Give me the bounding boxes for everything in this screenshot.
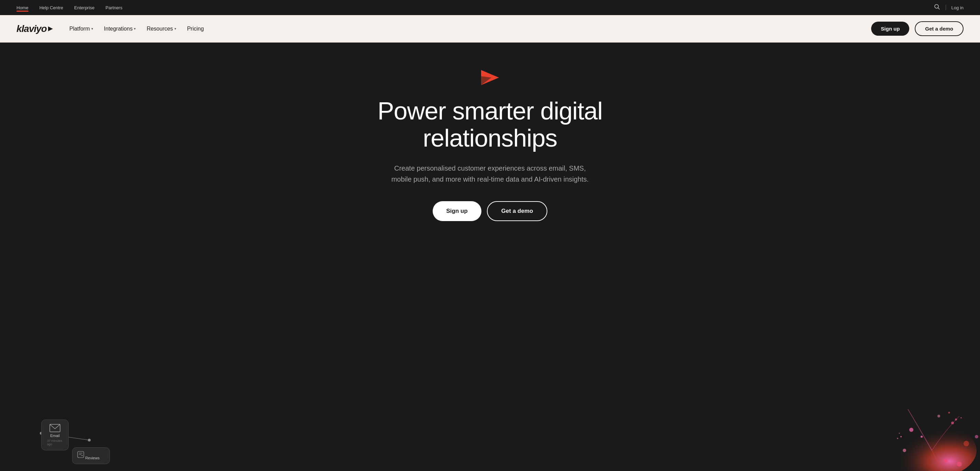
svg-point-21 bbox=[944, 459, 947, 462]
email-card-sublabel: 37 minutes ago bbox=[47, 439, 63, 446]
resources-chevron-icon: ▾ bbox=[175, 27, 176, 30]
nav-integrations[interactable]: Integrations ▾ bbox=[104, 26, 136, 32]
svg-point-23 bbox=[975, 435, 978, 438]
svg-point-13 bbox=[887, 423, 977, 471]
svg-point-18 bbox=[957, 462, 962, 466]
svg-line-6 bbox=[41, 433, 89, 440]
svg-marker-2 bbox=[48, 26, 53, 31]
top-bar-right: Log in bbox=[934, 4, 964, 11]
svg-point-7 bbox=[88, 439, 91, 441]
svg-point-17 bbox=[903, 449, 906, 452]
main-nav-links: Platform ▾ Integrations ▾ Resources ▾ Pr… bbox=[69, 26, 204, 32]
top-bar-nav: Home Help Centre Enterprise Partners bbox=[16, 5, 122, 10]
top-nav-partners[interactable]: Partners bbox=[105, 5, 122, 10]
hero-signup-button[interactable]: Sign up bbox=[433, 201, 481, 221]
nav-signup-button[interactable]: Sign up bbox=[871, 22, 909, 36]
svg-point-5 bbox=[40, 432, 43, 434]
top-bar-divider bbox=[946, 5, 946, 10]
logo-text: klaviyo bbox=[16, 23, 47, 34]
search-icon[interactable] bbox=[934, 4, 940, 11]
svg-rect-9 bbox=[78, 452, 84, 458]
explosion-decoration bbox=[788, 375, 980, 471]
klaviyo-k-hero-icon bbox=[480, 70, 500, 85]
svg-line-1 bbox=[938, 8, 939, 10]
platform-chevron-icon: ▾ bbox=[91, 27, 93, 30]
svg-marker-12 bbox=[81, 455, 83, 456]
login-link[interactable]: Log in bbox=[951, 5, 964, 10]
main-nav-right: Sign up Get a demo bbox=[871, 21, 964, 36]
logo[interactable]: klaviyo bbox=[16, 23, 53, 34]
svg-point-26 bbox=[897, 438, 898, 439]
connector-svg bbox=[34, 423, 103, 444]
hero-cta-buttons: Sign up Get a demo bbox=[433, 201, 548, 221]
nav-resources[interactable]: Resources ▾ bbox=[146, 26, 176, 32]
nav-demo-button[interactable]: Get a demo bbox=[915, 21, 964, 36]
svg-point-24 bbox=[900, 436, 902, 438]
integrations-chevron-icon: ▾ bbox=[134, 27, 136, 30]
hero-brand-icon bbox=[480, 70, 500, 86]
svg-rect-8 bbox=[50, 424, 60, 432]
main-nav-left: klaviyo Platform ▾ Integrations ▾ Resour… bbox=[16, 23, 204, 34]
explosion-svg bbox=[788, 375, 980, 471]
hero-demo-button[interactable]: Get a demo bbox=[487, 201, 548, 221]
svg-point-14 bbox=[909, 428, 913, 432]
svg-point-19 bbox=[937, 415, 940, 417]
email-icon bbox=[49, 424, 60, 432]
svg-point-20 bbox=[921, 436, 923, 438]
top-bar: Home Help Centre Enterprise Partners Log… bbox=[0, 0, 980, 15]
hero-bottom-decoration: Email 37 minutes ago Reviews bbox=[0, 375, 980, 471]
top-nav-enterprise[interactable]: Enterprise bbox=[74, 5, 94, 10]
logo-mark-icon bbox=[48, 26, 53, 31]
hero-section: Power smarter digital relationships Crea… bbox=[0, 43, 980, 471]
svg-point-29 bbox=[948, 412, 950, 414]
home-active-indicator bbox=[16, 11, 29, 12]
reviews-card-label: Reviews bbox=[85, 456, 100, 460]
svg-point-28 bbox=[961, 417, 962, 418]
email-card-label: Email bbox=[50, 434, 60, 438]
reviews-card: Reviews bbox=[72, 447, 110, 464]
top-nav-home[interactable]: Home bbox=[16, 5, 29, 10]
ui-cards: Email 37 minutes ago Reviews bbox=[14, 382, 137, 471]
hero-subtitle: Create personalised customer experiences… bbox=[390, 163, 590, 185]
reviews-icon bbox=[77, 451, 84, 458]
svg-point-27 bbox=[955, 418, 957, 420]
email-card: Email 37 minutes ago bbox=[41, 420, 69, 450]
nav-pricing[interactable]: Pricing bbox=[187, 26, 204, 32]
svg-point-15 bbox=[951, 422, 954, 424]
svg-point-25 bbox=[899, 433, 900, 434]
nav-platform[interactable]: Platform ▾ bbox=[69, 26, 93, 32]
svg-point-16 bbox=[964, 441, 969, 446]
main-nav: klaviyo Platform ▾ Integrations ▾ Resour… bbox=[0, 15, 980, 43]
hero-title: Power smarter digital relationships bbox=[336, 97, 644, 152]
top-nav-help-centre[interactable]: Help Centre bbox=[40, 5, 63, 10]
